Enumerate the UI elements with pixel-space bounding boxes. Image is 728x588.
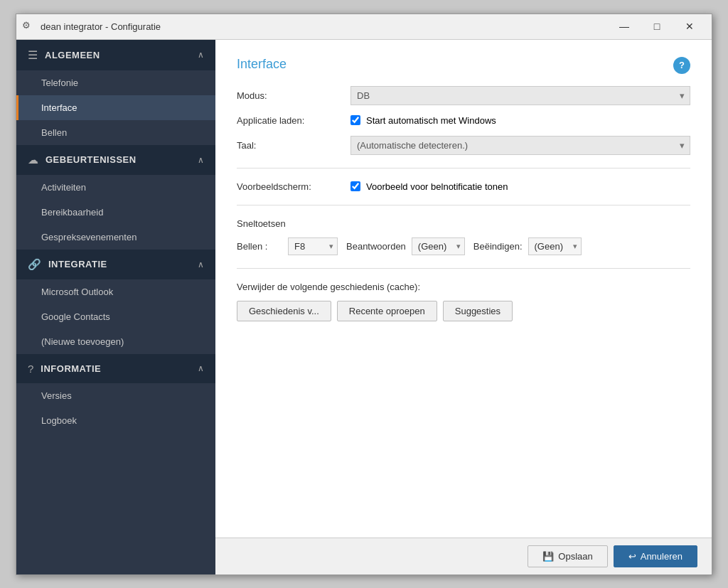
window-title: dean integrator - Configuratie [41, 21, 608, 32]
modus-row: Modus: DB [237, 86, 690, 105]
voorbeeldscherm-control: Voorbeeld voor belnotificatie tonen [350, 181, 690, 192]
panel-header-row: Interface ? [237, 57, 690, 86]
taal-label: Taal: [237, 140, 350, 151]
save-icon: 💾 [542, 551, 554, 562]
sidebar-item-google-contacts[interactable]: Google Contacts [16, 304, 215, 329]
minimize-button[interactable]: — [608, 15, 641, 38]
divider-2 [237, 205, 690, 205]
taal-control: (Automatische detecteren.) [350, 136, 690, 155]
beantwoorden-select-wrapper: (Geen) [412, 237, 465, 255]
content-area: ☰ ALGEMEEN ∧ Telefonie Interface Bellen … [16, 40, 712, 574]
main-window: ⚙ dean integrator - Configuratie — □ ✕ ☰… [16, 14, 712, 575]
taal-select[interactable]: (Automatische detecteren.) [350, 136, 690, 155]
integratie-icon: 🔗 [28, 258, 41, 271]
beindigen-select-wrapper: (Geen) [528, 237, 582, 255]
sidebar-section-gebeurtenissen[interactable]: ☁ GEBEURTENISSEN ∧ [16, 145, 215, 175]
beindigen-group: Beëindigen: (Geen) [473, 237, 582, 255]
page-title: Interface [237, 57, 287, 72]
chevron-up-icon-4: ∧ [198, 363, 204, 373]
divider-1 [237, 168, 690, 169]
sidebar-item-activiteiten[interactable]: Activiteiten [16, 175, 215, 200]
help-button[interactable]: ? [673, 57, 690, 74]
cancel-icon: ↩ [628, 551, 636, 562]
cancel-label: Annuleren [641, 551, 682, 562]
gebeurtenissen-icon: ☁ [28, 154, 38, 166]
sidebar-item-interface[interactable]: Interface [16, 95, 215, 120]
app-icon: ⚙ [22, 20, 35, 33]
applicatie-control: Start automatisch met Windows [350, 115, 690, 126]
beantwoorden-select[interactable]: (Geen) [412, 237, 465, 255]
save-button[interactable]: 💾 Opslaan [528, 545, 607, 567]
applicatie-checkbox-row: Start automatisch met Windows [350, 115, 690, 126]
sidebar-section-integratie-label: INTEGRATIE [48, 259, 191, 269]
sidebar-item-gespreksevenementen[interactable]: Gespreksevenementen [16, 225, 215, 250]
sidebar-item-logboek[interactable]: Logboek [16, 408, 215, 433]
modus-select[interactable]: DB [350, 86, 690, 105]
divider-3 [237, 268, 690, 269]
sidebar: ☰ ALGEMEEN ∧ Telefonie Interface Bellen … [16, 40, 215, 574]
sidebar-section-integratie[interactable]: 🔗 INTEGRATIE ∧ [16, 250, 215, 279]
title-bar: ⚙ dean integrator - Configuratie — □ ✕ [16, 14, 712, 40]
voorbeeldscherm-checkbox[interactable] [350, 181, 360, 191]
voorbeeldscherm-checkbox-row: Voorbeeld voor belnotificatie tonen [350, 181, 690, 192]
sidebar-item-versies[interactable]: Versies [16, 383, 215, 408]
voorbeeldscherm-label: Voorbeeldscherm: [237, 181, 350, 192]
bellen-select-wrapper: F8 [288, 237, 338, 255]
cache-buttons: Geschiedenis v... Recente oproepen Sugge… [237, 301, 690, 321]
sidebar-section-algemeen[interactable]: ☰ ALGEMEEN ∧ [16, 40, 215, 70]
applicatie-checkbox[interactable] [350, 115, 360, 125]
chevron-up-icon-3: ∧ [198, 260, 204, 269]
cache-section: Verwijder de volgende geschiedenis (cach… [237, 282, 690, 321]
hamburger-icon: ☰ [28, 48, 38, 62]
applicatie-label: Applicatie laden: [237, 115, 350, 126]
sidebar-item-bereikbaarheid[interactable]: Bereikbaarheid [16, 200, 215, 225]
beindigen-select[interactable]: (Geen) [528, 237, 582, 255]
sidebar-item-bellen[interactable]: Bellen [16, 120, 215, 145]
taal-row: Taal: (Automatische detecteren.) [237, 136, 690, 155]
modus-select-wrapper: DB [350, 86, 690, 105]
geschiedenis-button[interactable]: Geschiedenis v... [237, 301, 331, 321]
applicatie-text: Start automatisch met Windows [366, 115, 496, 126]
sidebar-section-informatie[interactable]: ? INFORMATIE ∧ [16, 354, 215, 383]
sidebar-section-gebeurtenissen-label: GEBEURTENISSEN [46, 154, 191, 165]
sidebar-section-informatie-label: INFORMATIE [41, 363, 191, 374]
main-panel: Interface ? Modus: DB [215, 40, 712, 574]
recente-button[interactable]: Recente oproepen [337, 301, 437, 321]
modus-label: Modus: [237, 90, 350, 101]
voorbeeldscherm-row: Voorbeeldscherm: Voorbeeld voor belnotif… [237, 181, 690, 192]
beindigen-label: Beëindigen: [473, 241, 523, 252]
save-label: Opslaan [558, 551, 592, 562]
sidebar-item-telefonie[interactable]: Telefonie [16, 70, 215, 95]
maximize-button[interactable]: □ [641, 15, 673, 38]
applicatie-row: Applicatie laden: Start automatisch met … [237, 115, 690, 126]
cancel-button[interactable]: ↩ Annuleren [614, 545, 697, 567]
bellen-select[interactable]: F8 [288, 237, 338, 255]
modus-control: DB [350, 86, 690, 105]
sidebar-item-nieuwe-toevoegen[interactable]: (Nieuwe toevoegen) [16, 329, 215, 354]
sneltoetsen-label: Sneltoetsen [237, 218, 690, 229]
sidebar-item-microsoft-outlook[interactable]: Microsoft Outlook [16, 279, 215, 304]
chevron-up-icon: ∧ [198, 50, 204, 60]
suggesties-button[interactable]: Suggesties [443, 301, 513, 321]
taal-select-wrapper: (Automatische detecteren.) [350, 136, 690, 155]
sidebar-section-algemeen-label: ALGEMEEN [45, 50, 191, 60]
voorbeeldscherm-text: Voorbeeld voor belnotificatie tonen [366, 181, 508, 192]
main-content: Interface ? Modus: DB [215, 40, 712, 538]
footer: 💾 Opslaan ↩ Annuleren [215, 538, 712, 574]
chevron-up-icon-2: ∧ [198, 155, 204, 165]
informatie-icon: ? [28, 363, 33, 375]
beantwoorden-label: Beantwoorden [346, 241, 406, 252]
close-button[interactable]: ✕ [673, 15, 706, 38]
beantwoorden-group: Beantwoorden (Geen) [346, 237, 465, 255]
bellen-shortcut-label: Bellen : [237, 241, 279, 252]
cache-label: Verwijder de volgende geschiedenis (cach… [237, 282, 690, 292]
window-controls: — □ ✕ [608, 15, 706, 38]
shortcut-row: Bellen : F8 Beantwoorden (Geen) [237, 237, 690, 255]
